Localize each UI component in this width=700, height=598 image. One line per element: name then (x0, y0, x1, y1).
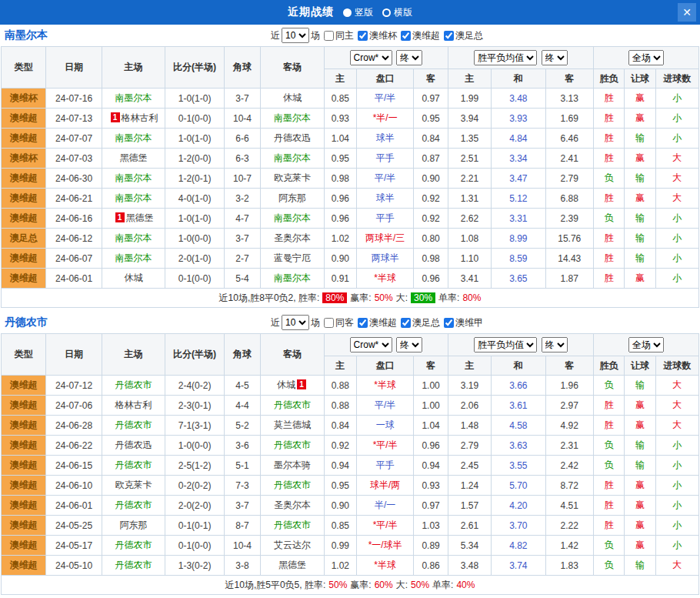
odds-final-select[interactable]: 终 (396, 337, 422, 352)
league-checkbox-2[interactable] (401, 31, 411, 41)
recent-suffix-label: 场 (311, 29, 320, 42)
scope-select[interactable]: 全场 (628, 50, 664, 65)
handicap-result-cell: 赢 (625, 496, 655, 516)
league-option-2[interactable]: 澳足总 (401, 316, 440, 329)
league-option-1[interactable]: 澳维杯 (358, 29, 397, 42)
odds-away-cell: 0.96 (414, 269, 448, 289)
league-checkbox-1[interactable] (358, 31, 368, 41)
horizontal-layout-label[interactable]: 横版 (394, 6, 412, 19)
goals-result-cell: 小 (655, 476, 699, 496)
handicap-cell: 球半 (356, 189, 413, 209)
handicap-result-cell: 输 (625, 556, 655, 576)
league-option-1[interactable]: 澳维超 (358, 316, 397, 329)
goals-result-cell-text: 小 (672, 92, 682, 103)
same-venue-option[interactable]: 同客 (324, 316, 354, 329)
handicap-cell: 半/一 (356, 496, 413, 516)
date-cell: 24-06-10 (46, 476, 102, 496)
avg-home-cell: 1.48 (448, 416, 491, 436)
corners-cell: 4-7 (224, 209, 260, 229)
away-team-cell-text: 圣奥尔本 (274, 499, 311, 510)
goals-result-cell: 小 (655, 249, 699, 269)
home-team-cell: 南墨尔本 (102, 129, 165, 149)
league-type-cell: 澳维杯 (2, 89, 46, 109)
summary-part: 近10场,胜5平0负5, 胜率: (225, 580, 326, 590)
away-team-cell-text: 莫兰德城 (274, 419, 311, 430)
table-row: 澳维杯24-07-16南墨尔本1-0(1-0)3-7休城0.85平/半0.971… (2, 89, 699, 109)
league-label-3: 澳维甲 (455, 316, 483, 329)
same-venue-checkbox[interactable] (324, 31, 334, 41)
league-checkbox-3[interactable] (444, 31, 454, 41)
odds-home-cell: 0.90 (324, 496, 356, 516)
avg-draw-cell: 3.65 (492, 269, 545, 289)
vertical-layout-label[interactable]: 竖版 (355, 6, 373, 19)
score-cell: 2-5(1-2) (165, 456, 224, 476)
col-header-type: 类型 (2, 334, 46, 376)
date-cell: 24-07-12 (46, 376, 102, 396)
corners-cell: 2-7 (224, 249, 260, 269)
same-venue-option[interactable]: 同主 (324, 29, 354, 42)
league-checkbox-1[interactable] (358, 318, 368, 328)
home-team-cell: 南墨尔本 (102, 89, 165, 109)
league-checkbox-2[interactable] (401, 318, 411, 328)
match-count-select[interactable]: 10 (282, 28, 309, 43)
score-cell: 2-0(1-0) (165, 249, 224, 269)
odds-final-select[interactable]: 终 (396, 50, 422, 65)
away-team-cell-text: 墨尔本骑 (274, 459, 311, 470)
summary-part: 大: (396, 580, 408, 590)
league-option-2[interactable]: 澳维超 (401, 29, 440, 42)
col-header-odds-away: 客 (414, 69, 448, 89)
home-team-cell: 阿东那 (102, 516, 165, 536)
table-row: 澳维超24-07-07南墨尔本1-0(1-0)6-6丹德农迅1.04球半0.84… (2, 129, 699, 149)
avg-away-cell: 1.83 (545, 556, 593, 576)
avg-home-cell: 2.79 (448, 436, 491, 456)
match-result-cell-text: 胜 (605, 232, 614, 243)
handicap-result-cell: 输 (625, 129, 655, 149)
handicap-result-cell: 输 (625, 209, 655, 229)
match-count-select[interactable]: 10 (282, 315, 309, 330)
avg-away-cell: 3.13 (545, 89, 593, 109)
goals-result-cell-text: 大 (672, 560, 682, 570)
odds-home-cell: 0.84 (324, 416, 356, 436)
avg-final-select[interactable]: 终 (542, 337, 568, 352)
handicap-cell: 球半 (356, 129, 413, 149)
avg-type-select[interactable]: 胜平负均值 (474, 50, 537, 65)
league-option-3[interactable]: 澳维甲 (444, 316, 483, 329)
score-cell: 1-0(1-0) (165, 129, 224, 149)
goals-result-cell-text: 大 (672, 399, 682, 410)
odds-home-cell: 0.91 (324, 269, 356, 289)
score-cell: 0-1(0-0) (165, 269, 224, 289)
horizontal-layout-radio[interactable] (382, 8, 391, 17)
odds-away-cell: 1.00 (414, 376, 448, 396)
corners-cell: 5-4 (224, 269, 260, 289)
odds-company-select[interactable]: Crow* (350, 50, 392, 65)
vertical-layout-radio[interactable] (343, 8, 352, 17)
handicap-result-cell: 输 (625, 229, 655, 249)
summary-part: 单率: (432, 580, 453, 590)
close-button[interactable]: ✕ (678, 3, 696, 22)
goals-result-cell-text: 小 (672, 112, 682, 123)
away-team-cell-text: 丹德农迅 (274, 132, 311, 143)
odds-company-select[interactable]: Crow* (350, 337, 392, 352)
goals-result-cell: 大 (655, 376, 699, 396)
league-type-cell: 澳维超 (2, 169, 46, 189)
score-cell: 1-2(0-1) (165, 169, 224, 189)
avg-draw-cell: 4.82 (492, 536, 545, 556)
scope-select[interactable]: 全场 (628, 337, 664, 352)
league-checkbox-3[interactable] (444, 318, 454, 328)
goals-result-cell-text: 大 (672, 172, 682, 183)
handicap-result-cell: 输 (625, 249, 655, 269)
home-team-cell: 欧克莱卡 (102, 476, 165, 496)
handicap-result-cell-text: 输 (635, 232, 645, 243)
table-row: 澳维超24-06-07南墨尔本2-0(1-0)2-7蓝曼宁厄0.90两球半0.9… (2, 249, 699, 269)
same-venue-checkbox[interactable] (324, 318, 334, 328)
match-result-cell: 负 (594, 209, 625, 229)
avg-type-select[interactable]: 胜平负均值 (474, 337, 537, 352)
goals-result-cell: 大 (655, 396, 699, 416)
red-card-badge: 1 (115, 212, 125, 222)
league-label-3: 澳足总 (455, 29, 483, 42)
odds-away-cell: 1.04 (414, 416, 448, 436)
avg-final-select[interactable]: 终 (542, 50, 568, 65)
league-option-3[interactable]: 澳足总 (444, 29, 483, 42)
handicap-cell: 一球 (356, 416, 413, 436)
score-cell: 0-2(0-2) (165, 476, 224, 496)
